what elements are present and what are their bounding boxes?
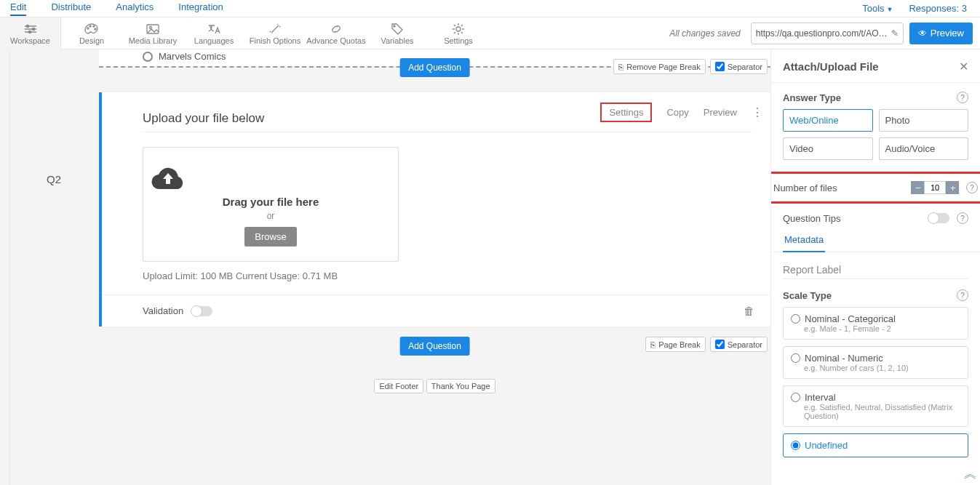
label: Nominal - Numeric — [805, 353, 883, 364]
top-nav-right: Tools▼ Responses: 3 — [862, 3, 980, 14]
metadata-tab-label[interactable]: Metadata — [783, 234, 825, 252]
top-nav-left: Edit Distribute Analytics Integration — [0, 1, 223, 16]
canvas: Marvels Comics Add Question ⎘ Remove Pag… — [10, 49, 770, 485]
upload-dropzone[interactable]: Drag your file here or Browse — [143, 147, 399, 262]
question-tips-toggle[interactable] — [928, 213, 949, 223]
tool-finish-options[interactable]: Finish Options — [244, 22, 306, 45]
separator-toggle-bottom[interactable]: Separator — [710, 337, 768, 352]
edit-footer-button[interactable]: Edit Footer — [374, 379, 423, 393]
page-break-tools: ⎘ Remove Page Break Separator — [613, 59, 768, 74]
add-question-button[interactable]: Add Question — [399, 58, 470, 77]
validation-toggle[interactable] — [191, 306, 212, 316]
thank-you-page-button[interactable]: Thank You Page — [426, 379, 495, 393]
scale-type-label: Scale Type — [783, 290, 832, 301]
right-panel: Attach/Upload File ✕ Answer Type ? Web/O… — [770, 49, 980, 485]
browse-button[interactable]: Browse — [244, 227, 296, 246]
scale-nominal-numeric[interactable]: Nominal - Numeric e.g. Number of cars (1… — [783, 346, 968, 379]
tool-workspace[interactable]: Workspace — [0, 17, 61, 49]
answer-type-video[interactable]: Video — [783, 137, 873, 160]
radio-icon — [791, 353, 800, 363]
pencil-icon[interactable]: ✎ — [891, 28, 899, 39]
stepper-plus-button[interactable]: + — [946, 181, 959, 194]
separator-checkbox[interactable] — [715, 62, 725, 71]
radio-icon — [791, 314, 800, 324]
label: Interval — [805, 392, 836, 403]
nav-integration[interactable]: Integration — [178, 1, 223, 16]
tool-label: Workspace — [0, 36, 60, 45]
tool-settings[interactable]: Settings — [428, 22, 489, 45]
nav-analytics[interactable]: Analytics — [116, 1, 154, 16]
stepper-minus-button[interactable]: − — [911, 181, 924, 194]
option-label: Marvels Comics — [159, 51, 226, 62]
tool-media-library[interactable]: Media Library — [122, 22, 183, 45]
question-tips-row: Question Tips ? — [771, 204, 980, 227]
page-body: Marvels Comics Add Question ⎘ Remove Pag… — [0, 49, 980, 485]
unlink-icon: ⎘ — [618, 63, 624, 71]
tool-design[interactable]: Design — [61, 22, 122, 45]
wand-icon — [244, 22, 306, 36]
responses-link[interactable]: Responses: 3 — [909, 3, 967, 14]
link-icon: ⎘ — [650, 340, 656, 349]
remove-page-break-button[interactable]: ⎘ Remove Page Break — [613, 59, 706, 74]
page-break-button[interactable]: ⎘ Page Break — [645, 337, 705, 352]
scale-interval[interactable]: Interval e.g. Satisfied, Neutral, Dissat… — [783, 385, 968, 427]
tool-variables[interactable]: Variables — [367, 22, 428, 45]
radio-icon — [791, 441, 800, 450]
image-icon — [122, 22, 183, 36]
top-nav: Edit Distribute Analytics Integration To… — [0, 0, 980, 17]
answer-type-web[interactable]: Web/Online — [783, 109, 873, 132]
survey-url[interactable]: https://qa.questionpro.com/t/AOvomZe ✎ — [751, 23, 904, 44]
svg-point-7 — [89, 25, 91, 27]
svg-point-3 — [26, 25, 28, 27]
scale-type-options: Nominal - Categorical e.g. Male - 1, Fem… — [771, 307, 980, 457]
label: Undefined — [805, 440, 848, 451]
radio-icon — [143, 52, 153, 62]
validation-row: Validation 🗑 — [102, 294, 770, 326]
num-files-input[interactable] — [924, 181, 946, 194]
tab-copy[interactable]: Copy — [666, 107, 688, 118]
question-card-tabs: Settings Copy Preview ⋮ — [600, 103, 762, 122]
tool-languages[interactable]: Languages — [183, 22, 244, 45]
gear-icon — [428, 22, 489, 36]
toolbar-right: All changes saved https://qa.questionpro… — [669, 23, 980, 44]
radio-icon — [791, 393, 800, 402]
label: Page Break — [658, 340, 700, 349]
more-menu-icon[interactable]: ⋮ — [752, 105, 762, 119]
help-icon[interactable]: ? — [957, 289, 968, 301]
tools-menu[interactable]: Tools▼ — [862, 3, 893, 14]
tool-advance-quotas[interactable]: Advance Quotas — [306, 22, 367, 45]
left-gutter — [0, 49, 10, 485]
close-icon[interactable]: ✕ — [959, 60, 968, 73]
example: e.g. Satisfied, Neutral, Dissatisfied (M… — [804, 403, 960, 420]
answer-type-audio[interactable]: Audio/Voice — [879, 137, 969, 160]
help-icon[interactable]: ? — [957, 92, 968, 103]
nav-edit[interactable]: Edit — [10, 1, 26, 16]
help-icon[interactable]: ? — [966, 182, 978, 193]
scale-nominal-categorical[interactable]: Nominal - Categorical e.g. Male - 1, Fem… — [783, 307, 968, 340]
label: Separator — [728, 340, 762, 349]
add-question-button-bottom[interactable]: Add Question — [399, 337, 470, 356]
add-row: Add Question ⎘ Page Break Separator — [99, 337, 770, 357]
tab-preview[interactable]: Preview — [704, 107, 737, 118]
caret-down-icon: ▼ — [887, 6, 893, 13]
metadata-tab: Metadata — [771, 227, 980, 252]
answer-type-photo[interactable]: Photo — [879, 109, 969, 132]
separator-checkbox[interactable] — [715, 340, 725, 349]
answer-type-label: Answer Type — [783, 92, 841, 103]
answer-type-section: Answer Type ? Web/Online Photo Video Aud… — [771, 83, 980, 160]
svg-point-11 — [150, 26, 152, 28]
trash-icon[interactable]: 🗑 — [744, 305, 754, 317]
separator-toggle[interactable]: Separator — [710, 59, 768, 74]
panel-header: Attach/Upload File ✕ — [771, 49, 980, 83]
example: e.g. Number of cars (1, 2, 10) — [804, 364, 960, 372]
svg-point-13 — [456, 27, 461, 31]
help-icon[interactable]: ? — [957, 212, 968, 224]
preview-button[interactable]: 👁 Preview — [909, 23, 973, 44]
nav-distribute[interactable]: Distribute — [51, 1, 91, 16]
tab-settings[interactable]: Settings — [600, 103, 652, 122]
or-label: or — [151, 211, 391, 221]
tool-label: Settings — [428, 36, 489, 45]
cloud-upload-icon — [151, 165, 391, 191]
scale-undefined[interactable]: Undefined — [783, 433, 968, 457]
validation-label: Validation — [143, 305, 183, 316]
